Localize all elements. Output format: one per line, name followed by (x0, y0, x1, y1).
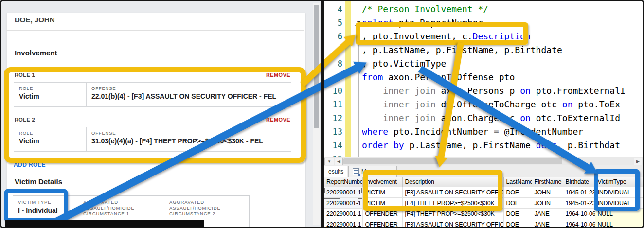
sql-line-15: 15 (324, 152, 643, 157)
grid-cell[interactable]: 1945-01-23 (563, 187, 595, 198)
line-number: 15 (324, 152, 342, 157)
grid-cell[interactable]: 1964-10-06 (563, 219, 595, 228)
sql-line-10: 10 inner join axon.Persons p on pto.From… (324, 84, 643, 98)
grid-cell[interactable]: DOE (503, 198, 532, 209)
title-divider (6, 30, 304, 31)
grid-cell[interactable]: OFFENDER (362, 219, 402, 228)
grid-cell[interactable]: JANE (532, 209, 563, 219)
col-lastname[interactable]: LastName (503, 177, 532, 187)
grid-cell[interactable]: DOE (503, 209, 532, 219)
scroll-left-button[interactable]: ◀ (335, 158, 343, 165)
line-number: 12 (324, 111, 342, 125)
annotation-blue-victimtype-column-box (594, 169, 640, 211)
grid-cell[interactable]: 220290001-1 (324, 219, 362, 228)
line-number: 4 (324, 2, 342, 16)
annotation-yellow-description-box (363, 170, 502, 211)
grid-cell[interactable]: JANE (532, 219, 563, 228)
grid-cell[interactable]: NULL (595, 219, 644, 228)
line-number: 13 (324, 125, 342, 139)
grid-cell[interactable]: DOE (503, 219, 532, 228)
person-name-title: DOE, JOHN (15, 16, 55, 24)
grid-cell[interactable]: DOE (503, 187, 532, 198)
grid-cell[interactable]: 220290001-1 (324, 187, 362, 198)
messages-icon (353, 168, 359, 175)
annotation-black-underline (5, 220, 204, 227)
grid-cell[interactable]: JOHN (532, 198, 563, 209)
grid-cell[interactable]: 220290001-1 (324, 209, 362, 219)
col-reportnumber[interactable]: ReportNumber (324, 177, 362, 187)
victim-details-heading: Victim Details (15, 177, 62, 186)
tab-results[interactable]: esults (324, 166, 347, 177)
sql-line-13: 13 where pto.IncidentNumber = @IncidentN… (324, 125, 643, 139)
grid-cell[interactable]: 1964-10-06 (563, 209, 595, 219)
col-firstname[interactable]: FirstName (532, 177, 563, 187)
annotation-yellow-sqlline-box (356, 22, 528, 45)
sql-line-7: 7 , p.LastName, p.FirstName, p.Birthdate (324, 43, 643, 57)
agg-circumstance-2-label: AGGRAVATED ASSAULT/HOMICIDE CIRCUMSTANCE… (169, 199, 245, 217)
panel-divider (321, 0, 324, 228)
splitter-dropdown-button[interactable]: ▾ (324, 158, 334, 165)
grid-cell[interactable]: 220290001-1 (324, 198, 362, 209)
screenshot-stage: DOE, JOHN ∨ACTIONS Involvement ROLE 1 RE… (0, 0, 644, 228)
involvement-heading: Involvement (15, 49, 57, 57)
line-number: 14 (324, 139, 342, 152)
scroll-right-button[interactable]: ▶ (634, 158, 642, 165)
col-birthdate[interactable]: Birthdate (563, 177, 595, 187)
hscrollbar-thumb[interactable] (343, 158, 562, 164)
line-number: 11 (324, 98, 342, 111)
sql-line-14: 14 order by p.LastName, p.FirstName desc… (324, 139, 643, 152)
results-tab-label: esults (328, 168, 343, 175)
grid-cell[interactable]: JOHN (532, 187, 563, 198)
sql-line-4: 4 /* Person Involvement */ (324, 2, 643, 16)
sql-line-9: 9 from axon.PersonToOffense pto (324, 70, 643, 84)
grid-row: 220290001-1OFFENDER[F3] ASSAULT ON SECUR… (324, 219, 644, 228)
sql-line-8: 8 , pto.VictimType (324, 57, 643, 70)
line-number: 5 (324, 16, 342, 30)
grid-cell[interactable]: [F3] ASSAULT ON SECURITY OFFICER (402, 219, 503, 228)
grid-cell[interactable]: 1945-01-23 (563, 198, 595, 209)
